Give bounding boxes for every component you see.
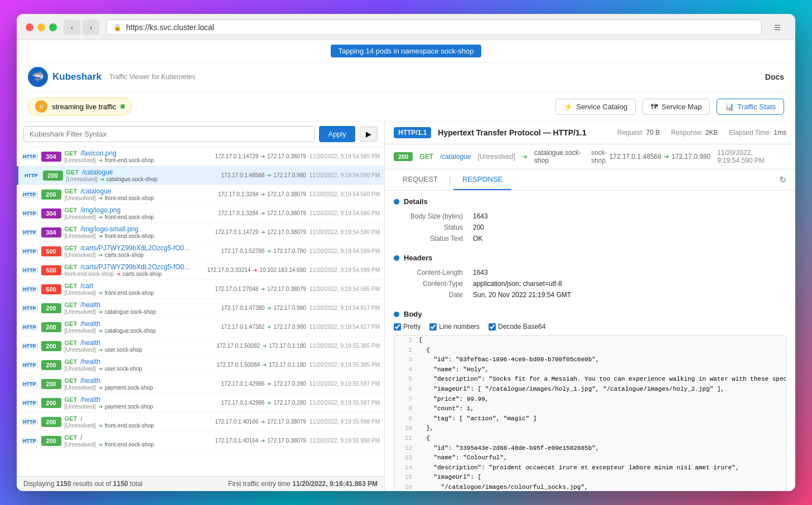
json-viewer[interactable]: 1[2 {3 "id": "03fef6ac-1896-4ce0-bd09-b7… xyxy=(394,335,786,491)
row-details: GET /catalogue [Unresolved] ➜ front-end.… xyxy=(65,187,215,201)
traffic-row[interactable]: HTTP 500 GET /cart [Unresolved] ➜ front-… xyxy=(17,280,384,299)
traffic-row[interactable]: HTTP 200 GET / [Unresolved] ➜ front-end.… xyxy=(17,412,384,431)
forward-button[interactable]: › xyxy=(83,20,99,35)
row-details: GET /img/logo.png [Unresolved] ➜ front-e… xyxy=(65,206,215,220)
request-tab[interactable]: REQUEST xyxy=(394,169,447,190)
protocol-badge: HTTP xyxy=(23,172,40,179)
row-ips: 172.17.0.1:50084 ➜ 172.17.0.1:180 xyxy=(216,362,306,368)
unresolved: [Unresolved] xyxy=(65,366,96,372)
sub-arrow: ➜ xyxy=(98,347,103,353)
toolbar: ⏸ streaming live traffic ⚡ Service Catal… xyxy=(17,92,795,122)
traffic-row[interactable]: HTTP 304 GET /img/logo.png [Unresolved] … xyxy=(17,204,384,223)
traffic-list[interactable]: HTTP 304 GET /favicon.png [Unresolved] ➜… xyxy=(17,147,384,476)
selected-time: 11/20/2022, 9:19:54.590 PM xyxy=(717,149,786,164)
method: GET xyxy=(65,283,78,289)
url-domain: ks.svc.cluster.local xyxy=(149,23,214,32)
json-content: { xyxy=(419,346,430,356)
traffic-row[interactable]: HTTP 200 GET /catalogue [Unresolved] ➜ c… xyxy=(17,166,384,185)
ip-arrow-icon: ➜ xyxy=(253,267,257,273)
src-ip: 172.17.0.3:33214 xyxy=(207,267,251,273)
sub-arrow: ➜ xyxy=(98,423,103,429)
traffic-row[interactable]: HTTP 200 GET /health [Unresolved] ➜ paym… xyxy=(17,394,384,412)
row-main: GET /img/logo.png xyxy=(65,206,215,214)
row-ips: 172.17.0.1:40164 ➜ 172.17.0.38079 xyxy=(215,438,306,444)
timestamp: 11/20/2022, 9:19:54.817 PM xyxy=(310,305,380,311)
content-type-row: Content-Type application/json; charset=u… xyxy=(395,279,785,289)
row-ips: 172.17.0.1:42988 ➜ 172.17.0.280 xyxy=(221,400,306,406)
menu-button[interactable]: ☰ xyxy=(768,20,786,35)
path: /favicon.png xyxy=(80,149,117,157)
apply-button[interactable]: Apply xyxy=(319,126,355,142)
json-line: 8 "count": 1, xyxy=(394,404,786,414)
timestamp: 11/20/2022, 9:19:54.817 PM xyxy=(310,324,380,330)
service: front-end.sock-shop xyxy=(105,290,154,296)
traffic-row[interactable]: HTTP 200 GET / [Unresolved] ➜ front-end.… xyxy=(17,431,384,450)
json-line: 2 { xyxy=(394,346,786,356)
traffic-row[interactable]: HTTP 500 GET /carts/PJ7WYZ99bXdL2Ozcg5-f… xyxy=(17,242,384,261)
decode-base64-checkbox[interactable] xyxy=(489,323,496,331)
pretty-checkbox[interactable] xyxy=(394,323,401,331)
line-number: 10 xyxy=(397,424,412,434)
ip-arrow-icon: ➜ xyxy=(260,438,265,444)
line-numbers-checkbox[interactable] xyxy=(429,323,437,331)
maximize-button[interactable] xyxy=(49,23,57,31)
refresh-icon[interactable]: ↻ xyxy=(779,174,786,185)
traffic-row[interactable]: HTTP 200 GET /catalogue [Unresolved] ➜ f… xyxy=(17,185,384,204)
line-number: 2 xyxy=(397,346,412,356)
sub-arrow: ➜ xyxy=(98,385,103,391)
url-bar[interactable]: 🔒 https://ks.svc.cluster.local xyxy=(106,20,762,35)
back-button[interactable]: ‹ xyxy=(64,20,80,35)
line-numbers-label[interactable]: Line numbers xyxy=(429,323,480,331)
method: GET xyxy=(65,264,78,270)
ip-arrow-icon: ➜ xyxy=(267,305,271,311)
close-button[interactable] xyxy=(26,23,33,31)
traffic-row[interactable]: HTTP 200 GET /health [Unresolved] ➜ user… xyxy=(17,337,384,356)
json-line: 7 "price": 99.99, xyxy=(394,395,786,405)
decode-base64-label[interactable]: Decode Base64 xyxy=(489,323,545,331)
row-ips: 172.17.0.1:50082 ➜ 172.17.0.1:180 xyxy=(216,343,306,349)
docs-link[interactable]: Docs xyxy=(765,72,784,81)
json-line: 10 }, xyxy=(394,424,786,434)
elapsed-time: Elapsed Time: 1ms xyxy=(729,129,786,137)
headers-table: Content-Length 1643 Content-Type applica… xyxy=(394,266,786,301)
json-content: "/catalogue/images/colourful_socks.jpg", xyxy=(419,483,588,491)
video-button[interactable]: ▶ xyxy=(360,127,378,142)
detail-tabs: REQUEST | RESPONSE ↻ xyxy=(385,169,795,191)
service-catalog-button[interactable]: ⚡ Service Catalog xyxy=(555,99,636,115)
traffic-row[interactable]: HTTP 200 GET /health [Unresolved] ➜ user… xyxy=(17,356,384,375)
filter-input[interactable] xyxy=(23,126,315,142)
timestamp: 11/20/2022, 9:19:54.599 PM xyxy=(310,248,380,254)
line-number: 16 xyxy=(397,483,412,491)
selected-src-ip: 172.17.0.1:48568 xyxy=(610,153,661,161)
app-area: Tapping 14 pods in namespace sock-shop 🦈… xyxy=(17,40,795,491)
pretty-label[interactable]: Pretty xyxy=(394,323,420,331)
timestamp: 11/20/2022, 9:19:54.585 PM xyxy=(310,153,380,159)
traffic-row[interactable]: HTTP 304 GET /img/logo-small.png [Unreso… xyxy=(17,223,384,242)
details-label: Details xyxy=(404,197,428,206)
traffic-row[interactable]: HTTP 500 GET /carts/PJ7WYZ99bXdL2Ozcg5-f… xyxy=(17,261,384,280)
dst-ip: 172.17.0.38079 xyxy=(267,438,306,444)
traffic-row[interactable]: HTTP 200 GET /health [Unresolved] ➜ paym… xyxy=(17,375,384,394)
dst-ip: 172.17.0.38079 xyxy=(267,419,306,425)
dst-ip: 172.17.0.38079 xyxy=(267,191,306,197)
app-subtitle: Traffic Viewer for Kubernetes xyxy=(109,73,196,81)
row-main: GET /health xyxy=(65,396,218,404)
traffic-stats-button[interactable]: 📊 Traffic Stats xyxy=(717,99,784,115)
status-badge: 200 xyxy=(41,417,61,427)
section-dot xyxy=(394,199,399,205)
traffic-row[interactable]: HTTP 200 GET /health [Unresolved] ➜ cata… xyxy=(17,299,384,318)
json-content: "imageUrl": [ xyxy=(419,473,481,483)
logo-area: 🦈 Kubeshark Traffic Viewer for Kubernete… xyxy=(28,67,195,87)
protocol-badge: HTTP xyxy=(21,267,38,274)
traffic-row[interactable]: HTTP 304 GET /favicon.png [Unresolved] ➜… xyxy=(17,147,384,166)
minimize-button[interactable] xyxy=(37,23,45,31)
response-tab[interactable]: RESPONSE xyxy=(453,169,511,190)
service-map-button[interactable]: 🗺 Service Map xyxy=(642,99,710,115)
row-main: GET /catalogue xyxy=(65,187,215,195)
pause-icon[interactable]: ⏸ xyxy=(35,100,47,113)
service: front-end.sock-shop xyxy=(105,214,154,220)
header-right: Docs xyxy=(765,72,784,81)
service: payment.sock-shop xyxy=(105,404,153,410)
line-number: 6 xyxy=(397,385,412,395)
traffic-row[interactable]: HTTP 200 GET /health [Unresolved] ➜ cata… xyxy=(17,318,384,337)
